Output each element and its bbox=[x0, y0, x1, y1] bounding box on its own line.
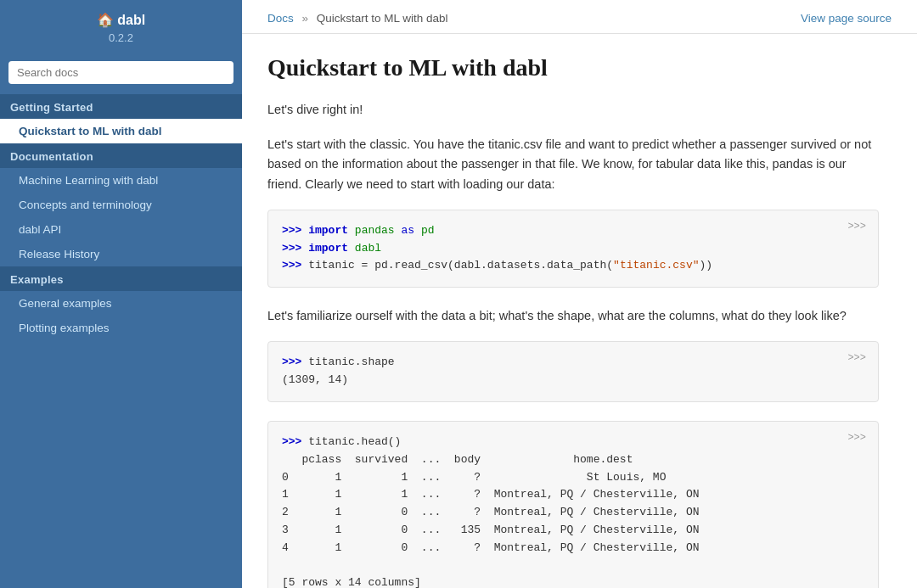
code-block-import: >>> >>> import pandas as pd >>> import d… bbox=[267, 210, 879, 288]
intro-paragraph: Let's dive right in! bbox=[267, 100, 879, 120]
page-content: Quickstart to ML with dabl Let's dive ri… bbox=[242, 34, 904, 588]
description-paragraph: Let's start with the classic. You have t… bbox=[267, 135, 879, 194]
code-content-2: >>> titanic.shape (1309, 14) bbox=[282, 356, 395, 386]
sidebar-item-ml-with-dabl[interactable]: Machine Learning with dabl bbox=[0, 168, 242, 193]
explore-paragraph: Let's familiarize ourself with the data … bbox=[267, 306, 879, 326]
sidebar-item-api[interactable]: dabl API bbox=[0, 217, 242, 242]
section-documentation: Documentation bbox=[0, 143, 242, 168]
section-examples: Examples bbox=[0, 266, 242, 291]
search-input[interactable] bbox=[8, 61, 233, 84]
breadcrumb-left: Docs » Quickstart to ML with dabl bbox=[267, 12, 448, 25]
sidebar-search-container bbox=[0, 53, 242, 94]
code-block-head: >>> >>> titanic.head() pclass survived .… bbox=[267, 421, 879, 588]
sidebar-item-release-history[interactable]: Release History bbox=[0, 242, 242, 266]
breadcrumb-separator: » bbox=[302, 12, 309, 25]
breadcrumb: Docs » Quickstart to ML with dabl View p… bbox=[242, 0, 917, 34]
breadcrumb-current: Quickstart to ML with dabl bbox=[317, 12, 448, 25]
section-getting-started: Getting Started bbox=[0, 94, 242, 119]
sidebar-version: 0.2.2 bbox=[8, 31, 233, 44]
view-page-source-link[interactable]: View page source bbox=[801, 12, 892, 25]
sidebar-logo: 🏠 dabl bbox=[8, 12, 233, 28]
sidebar-item-concepts[interactable]: Concepts and terminology bbox=[0, 193, 242, 217]
code-prompt-1: >>> bbox=[847, 219, 866, 235]
sidebar-item-plotting-examples[interactable]: Plotting examples bbox=[0, 316, 242, 340]
sidebar-header: 🏠 dabl 0.2.2 bbox=[0, 0, 242, 53]
code-block-shape: >>> >>> titanic.shape (1309, 14) bbox=[267, 341, 879, 402]
sidebar-item-quickstart[interactable]: Quickstart to ML with dabl bbox=[0, 119, 242, 143]
code-prompt-2: >>> bbox=[847, 350, 866, 367]
page-title: Quickstart to ML with dabl bbox=[267, 54, 879, 81]
breadcrumb-docs-link[interactable]: Docs bbox=[267, 12, 294, 25]
sidebar-item-general-examples[interactable]: General examples bbox=[0, 291, 242, 316]
main-content: Docs » Quickstart to ML with dabl View p… bbox=[242, 0, 917, 588]
code-content-3: >>> titanic.head() pclass survived ... b… bbox=[282, 435, 699, 588]
code-content-1: >>> import pandas as pd >>> import dabl … bbox=[282, 224, 712, 272]
sidebar: 🏠 dabl 0.2.2 Getting Started Quickstart … bbox=[0, 0, 242, 588]
code-prompt-3: >>> bbox=[847, 430, 866, 446]
